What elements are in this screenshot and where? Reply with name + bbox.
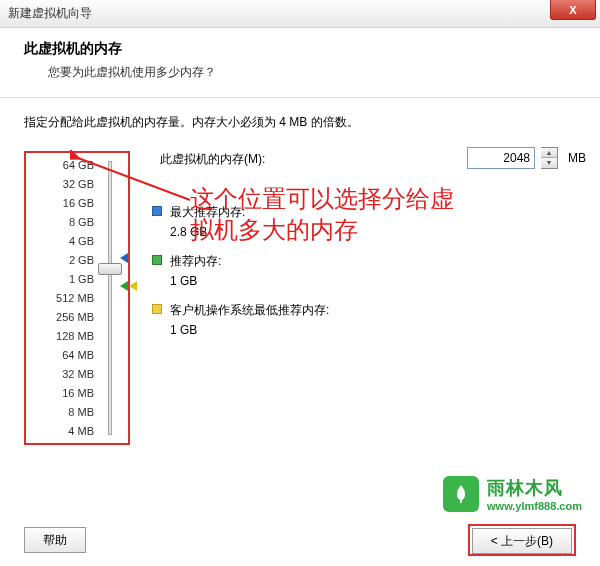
min-memory-icon [152,304,162,314]
window-title: 新建虚拟机向导 [8,5,92,22]
watermark-name: 雨林木风 [487,476,582,500]
help-button[interactable]: 帮助 [24,527,86,553]
max-memory-icon [152,206,162,216]
svg-rect-2 [460,498,462,503]
memory-input-label: 此虚拟机的内存(M): [160,151,265,168]
recommended-memory-icon [152,255,162,265]
recommended-memory-label: 推荐内存: [170,253,221,270]
titlebar: 新建虚拟机向导 X [0,0,600,28]
back-button-highlight: < 上一步(B) [468,524,576,556]
memory-spinner[interactable]: ▲ ▼ [541,147,558,169]
memory-unit: MB [568,151,586,165]
wizard-header: 此虚拟机的内存 您要为此虚拟机使用多少内存？ [0,28,600,98]
instruction-text: 指定分配给此虚拟机的内存量。内存大小必须为 4 MB 的倍数。 [24,114,576,131]
min-memory-value: 1 GB [170,323,576,337]
close-button[interactable]: X [550,0,596,20]
recommended-memory-marker [120,281,128,291]
max-memory-value: 2.8 GB [170,225,576,239]
spinner-up-icon[interactable]: ▲ [541,148,557,158]
footer: 帮助 < 上一步(B) [0,524,600,556]
memory-slider-thumb[interactable] [98,263,122,275]
spinner-down-icon[interactable]: ▼ [541,158,557,168]
page-subtitle: 您要为此虚拟机使用多少内存？ [24,64,576,81]
memory-slider-track[interactable] [108,161,112,435]
watermark-url: www.ylmf888.com [487,500,582,512]
max-memory-marker [120,253,128,263]
min-memory-label: 客户机操作系统最低推荐内存: [170,302,329,319]
page-title: 此虚拟机的内存 [24,40,576,58]
watermark-logo-icon [443,476,479,512]
max-memory-label: 最大推荐内存: [170,204,245,221]
memory-input[interactable] [467,147,535,169]
memory-slider-column: 64 GB32 GB16 GB8 GB4 GB2 GB1 GB512 MB256… [24,151,130,445]
content-area: 指定分配给此虚拟机的内存量。内存大小必须为 4 MB 的倍数。 64 GB32 … [0,98,600,461]
watermark: 雨林木风 www.ylmf888.com [435,472,590,516]
back-button[interactable]: < 上一步(B) [472,528,572,554]
memory-details: 此虚拟机的内存(M): ▲ ▼ MB 最大推荐内存: 2.8 GB [130,151,576,445]
recommended-memory-value: 1 GB [170,274,576,288]
